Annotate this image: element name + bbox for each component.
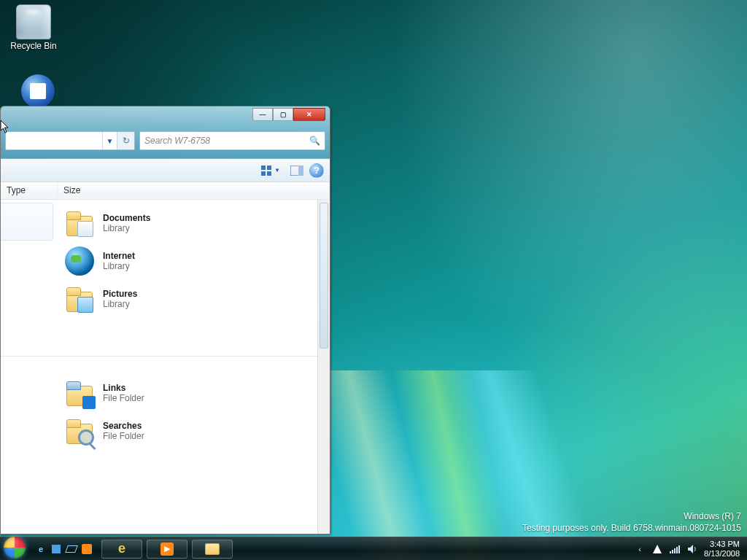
clock-time: 3:43 PM	[704, 540, 740, 549]
folders-group: Links File Folder Searches File Folder	[1, 374, 330, 456]
switch-windows-icon	[65, 545, 78, 553]
svg-rect-0	[261, 166, 266, 170]
preview-pane-button[interactable]	[287, 163, 306, 179]
group-divider	[1, 356, 330, 357]
svg-rect-1	[267, 166, 271, 170]
selection-highlight	[1, 203, 53, 241]
clock-date: 8/13/2008	[704, 549, 740, 559]
item-name: Links	[103, 383, 144, 393]
searches-folder-icon	[65, 416, 94, 446]
network-icon[interactable]	[669, 543, 681, 555]
item-kind: Library	[103, 299, 137, 309]
task-button-ie[interactable]: e	[101, 540, 142, 559]
item-name: Internet	[103, 251, 135, 261]
recycle-bin-label: Recycle Bin	[6, 41, 61, 51]
search-input[interactable]: Search W7-6758 🔍	[139, 131, 325, 150]
column-headers[interactable]: Type Size	[1, 182, 330, 200]
explorer-toolbar: ▼ ?	[1, 159, 330, 182]
item-kind: File Folder	[103, 393, 144, 403]
quicklaunch-show-desktop[interactable]	[49, 541, 63, 557]
media-player-icon: ▶	[160, 542, 174, 556]
documents-library-icon	[65, 209, 94, 238]
desktop-icon-partial[interactable]	[10, 74, 66, 109]
item-kind: File Folder	[103, 431, 144, 441]
task-buttons: e ▶	[98, 537, 236, 560]
windows-orb-icon	[4, 537, 26, 559]
ie-icon: e	[118, 541, 125, 556]
tray-expand-icon[interactable]: ‹	[634, 543, 646, 555]
task-button-media-player[interactable]: ▶	[147, 540, 187, 559]
item-name: Searches	[103, 421, 144, 431]
ie-icon: e	[39, 545, 43, 553]
internet-library-icon	[65, 246, 94, 276]
media-player-icon	[82, 544, 92, 554]
system-tray: ‹ 3:43 PM 8/13/2008	[630, 537, 747, 560]
show-desktop-icon	[52, 545, 61, 553]
quicklaunch-switch-windows[interactable]	[64, 541, 79, 557]
build-watermark: Windows (R) 7 Testing purposes only. Bui…	[522, 510, 741, 534]
help-button[interactable]: ?	[309, 163, 324, 178]
list-item[interactable]: Links File Folder	[1, 374, 330, 412]
links-folder-icon	[65, 378, 94, 408]
search-placeholder: Search W7-6758	[144, 136, 210, 146]
taskbar-clock[interactable]: 3:43 PM 8/13/2008	[704, 540, 743, 559]
window-caption-buttons: — ▢ ✕	[252, 108, 325, 121]
list-item[interactable]: Searches File Folder	[1, 412, 330, 450]
recycle-bin-icon	[16, 4, 51, 39]
svg-rect-9	[676, 547, 678, 553]
quick-launch: e	[29, 537, 98, 560]
refresh-button[interactable]: ↻	[117, 132, 134, 149]
quicklaunch-media-player[interactable]	[80, 541, 94, 557]
item-kind: Library	[103, 261, 135, 271]
list-item[interactable]: Internet Library	[1, 242, 330, 280]
view-options-button[interactable]: ▼	[257, 163, 285, 179]
list-item[interactable]: Pictures Library	[1, 280, 330, 318]
column-type[interactable]: Type	[1, 182, 58, 199]
item-name: Documents	[103, 213, 150, 223]
svg-rect-2	[261, 171, 266, 176]
taskbar[interactable]: e e ▶ ‹ 3:43 PM 8/13/2008	[0, 537, 747, 560]
action-center-icon[interactable]	[651, 543, 663, 555]
watermark-line1: Windows (R) 7	[522, 510, 741, 522]
pictures-library-icon	[65, 284, 94, 314]
desktop-icon-recycle-bin[interactable]: Recycle Bin	[6, 4, 61, 51]
svg-rect-5	[298, 166, 303, 176]
maximize-button[interactable]: ▢	[273, 108, 293, 121]
svg-rect-6	[670, 551, 671, 553]
start-button[interactable]	[0, 537, 29, 560]
vertical-scrollbar[interactable]	[317, 200, 330, 534]
round-app-icon	[21, 74, 55, 108]
scrollbar-thumb[interactable]	[320, 203, 328, 349]
close-button[interactable]: ✕	[293, 108, 325, 121]
quicklaunch-ie[interactable]: e	[34, 541, 48, 557]
volume-icon[interactable]	[686, 543, 698, 555]
item-kind: Library	[103, 223, 150, 233]
svg-rect-10	[678, 545, 680, 553]
address-search-row: ▼ ↻ Search W7-6758 🔍	[5, 131, 325, 150]
file-list[interactable]: Documents Library Internet Library Pictu…	[1, 200, 330, 534]
column-size[interactable]: Size	[58, 182, 330, 199]
window-titlebar[interactable]: — ▢ ✕ ▼ ↻ Search W7-6758 🔍	[1, 106, 330, 159]
svg-rect-7	[672, 550, 673, 553]
svg-rect-3	[267, 171, 271, 176]
folder-icon	[205, 543, 220, 555]
minimize-button[interactable]: —	[252, 108, 273, 121]
explorer-window[interactable]: — ▢ ✕ ▼ ↻ Search W7-6758 🔍 ▼ ? Type S	[0, 106, 330, 534]
task-button-explorer[interactable]	[192, 540, 233, 559]
svg-rect-8	[674, 548, 676, 553]
search-icon: 🔍	[309, 136, 320, 146]
address-dropdown[interactable]: ▼	[102, 132, 117, 149]
item-name: Pictures	[103, 289, 137, 299]
address-bar[interactable]: ▼ ↻	[5, 131, 135, 150]
watermark-line2: Testing purposes only. Build 6758.winmai…	[522, 522, 741, 534]
